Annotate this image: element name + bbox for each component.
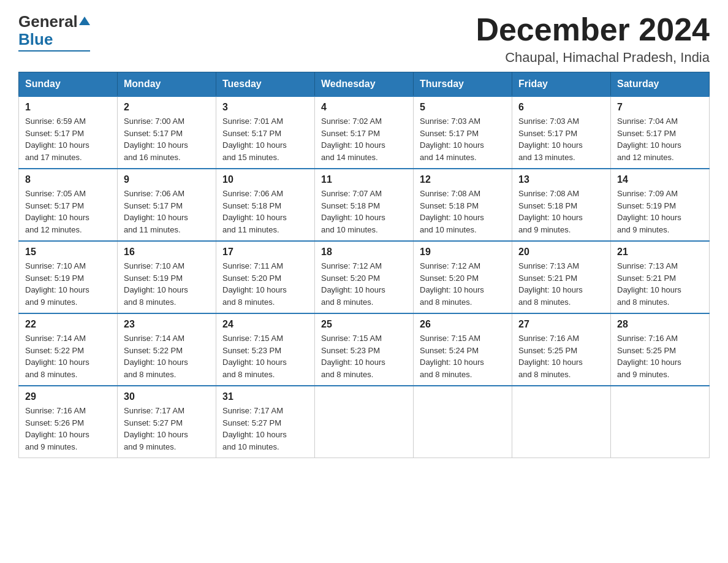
day-info: Sunrise: 7:07 AMSunset: 5:18 PMDaylight:… xyxy=(321,188,407,236)
logo: General Blue xyxy=(18,12,90,52)
calendar-week-row: 29Sunrise: 7:16 AMSunset: 5:26 PMDayligh… xyxy=(19,386,710,458)
month-title: December 2024 xyxy=(476,12,710,47)
day-number: 12 xyxy=(420,174,506,185)
day-info: Sunrise: 7:08 AMSunset: 5:18 PMDaylight:… xyxy=(420,188,506,236)
table-row: 16Sunrise: 7:10 AMSunset: 5:19 PMDayligh… xyxy=(118,241,216,313)
calendar-week-row: 22Sunrise: 7:14 AMSunset: 5:22 PMDayligh… xyxy=(19,313,710,386)
table-row xyxy=(512,386,611,458)
day-info: Sunrise: 7:16 AMSunset: 5:25 PMDaylight:… xyxy=(617,332,703,380)
day-number: 21 xyxy=(617,247,703,258)
title-block: December 2024 Chaupal, Himachal Pradesh,… xyxy=(476,12,710,66)
day-number: 15 xyxy=(25,247,111,258)
day-info: Sunrise: 7:15 AMSunset: 5:24 PMDaylight:… xyxy=(420,332,506,380)
table-row: 18Sunrise: 7:12 AMSunset: 5:20 PMDayligh… xyxy=(315,241,414,313)
day-info: Sunrise: 7:01 AMSunset: 5:17 PMDaylight:… xyxy=(222,115,308,163)
table-row: 6Sunrise: 7:03 AMSunset: 5:17 PMDaylight… xyxy=(512,96,611,169)
day-info: Sunrise: 7:15 AMSunset: 5:23 PMDaylight:… xyxy=(321,332,407,380)
day-number: 16 xyxy=(124,247,210,258)
table-row: 5Sunrise: 7:03 AMSunset: 5:17 PMDaylight… xyxy=(414,96,512,169)
table-row xyxy=(611,386,710,458)
day-number: 4 xyxy=(321,102,407,113)
day-number: 19 xyxy=(420,247,506,258)
day-info: Sunrise: 6:59 AMSunset: 5:17 PMDaylight:… xyxy=(25,115,111,163)
day-info: Sunrise: 7:13 AMSunset: 5:21 PMDaylight:… xyxy=(518,260,604,308)
table-row: 9Sunrise: 7:06 AMSunset: 5:17 PMDaylight… xyxy=(118,169,216,241)
day-info: Sunrise: 7:05 AMSunset: 5:17 PMDaylight:… xyxy=(25,188,111,236)
day-info: Sunrise: 7:11 AMSunset: 5:20 PMDaylight:… xyxy=(222,260,308,308)
table-row: 30Sunrise: 7:17 AMSunset: 5:27 PMDayligh… xyxy=(118,386,216,458)
day-number: 20 xyxy=(518,247,604,258)
table-row: 3Sunrise: 7:01 AMSunset: 5:17 PMDaylight… xyxy=(216,96,315,169)
day-info: Sunrise: 7:03 AMSunset: 5:17 PMDaylight:… xyxy=(420,115,506,163)
day-number: 29 xyxy=(25,391,111,402)
day-info: Sunrise: 7:10 AMSunset: 5:19 PMDaylight:… xyxy=(124,260,210,308)
table-row: 27Sunrise: 7:16 AMSunset: 5:25 PMDayligh… xyxy=(512,313,611,386)
day-number: 13 xyxy=(518,174,604,185)
day-number: 8 xyxy=(25,174,111,185)
col-monday: Monday xyxy=(118,72,216,97)
col-wednesday: Wednesday xyxy=(315,72,414,97)
day-number: 3 xyxy=(222,102,308,113)
logo-triangle-icon xyxy=(79,17,90,28)
col-friday: Friday xyxy=(512,72,611,97)
table-row xyxy=(414,386,512,458)
day-number: 10 xyxy=(222,174,308,185)
col-tuesday: Tuesday xyxy=(216,72,315,97)
day-number: 9 xyxy=(124,174,210,185)
calendar-week-row: 15Sunrise: 7:10 AMSunset: 5:19 PMDayligh… xyxy=(19,241,710,313)
logo-underline xyxy=(18,50,90,52)
day-info: Sunrise: 7:02 AMSunset: 5:17 PMDaylight:… xyxy=(321,115,407,163)
table-row: 21Sunrise: 7:13 AMSunset: 5:21 PMDayligh… xyxy=(611,241,710,313)
table-row: 11Sunrise: 7:07 AMSunset: 5:18 PMDayligh… xyxy=(315,169,414,241)
day-info: Sunrise: 7:15 AMSunset: 5:23 PMDaylight:… xyxy=(222,332,308,380)
day-info: Sunrise: 7:10 AMSunset: 5:19 PMDaylight:… xyxy=(25,260,111,308)
day-number: 6 xyxy=(518,102,604,113)
day-number: 18 xyxy=(321,247,407,258)
table-row: 17Sunrise: 7:11 AMSunset: 5:20 PMDayligh… xyxy=(216,241,315,313)
table-row: 24Sunrise: 7:15 AMSunset: 5:23 PMDayligh… xyxy=(216,313,315,386)
day-number: 22 xyxy=(25,319,111,330)
table-row: 8Sunrise: 7:05 AMSunset: 5:17 PMDaylight… xyxy=(19,169,118,241)
day-info: Sunrise: 7:12 AMSunset: 5:20 PMDaylight:… xyxy=(420,260,506,308)
location-title: Chaupal, Himachal Pradesh, India xyxy=(476,50,710,66)
table-row xyxy=(315,386,414,458)
day-info: Sunrise: 7:08 AMSunset: 5:18 PMDaylight:… xyxy=(518,188,604,236)
table-row: 15Sunrise: 7:10 AMSunset: 5:19 PMDayligh… xyxy=(19,241,118,313)
day-number: 2 xyxy=(124,102,210,113)
table-row: 22Sunrise: 7:14 AMSunset: 5:22 PMDayligh… xyxy=(19,313,118,386)
table-row: 14Sunrise: 7:09 AMSunset: 5:19 PMDayligh… xyxy=(611,169,710,241)
day-info: Sunrise: 7:06 AMSunset: 5:17 PMDaylight:… xyxy=(124,188,210,236)
table-row: 10Sunrise: 7:06 AMSunset: 5:18 PMDayligh… xyxy=(216,169,315,241)
day-number: 14 xyxy=(617,174,703,185)
day-info: Sunrise: 7:06 AMSunset: 5:18 PMDaylight:… xyxy=(222,188,308,236)
calendar-header-row: Sunday Monday Tuesday Wednesday Thursday… xyxy=(19,72,710,97)
day-info: Sunrise: 7:09 AMSunset: 5:19 PMDaylight:… xyxy=(617,188,703,236)
day-number: 28 xyxy=(617,319,703,330)
table-row: 4Sunrise: 7:02 AMSunset: 5:17 PMDaylight… xyxy=(315,96,414,169)
table-row: 1Sunrise: 6:59 AMSunset: 5:17 PMDaylight… xyxy=(19,96,118,169)
day-info: Sunrise: 7:12 AMSunset: 5:20 PMDaylight:… xyxy=(321,260,407,308)
col-sunday: Sunday xyxy=(19,72,118,97)
calendar-week-row: 1Sunrise: 6:59 AMSunset: 5:17 PMDaylight… xyxy=(19,96,710,169)
day-info: Sunrise: 7:17 AMSunset: 5:27 PMDaylight:… xyxy=(124,405,210,453)
day-number: 23 xyxy=(124,319,210,330)
table-row: 2Sunrise: 7:00 AMSunset: 5:17 PMDaylight… xyxy=(118,96,216,169)
day-info: Sunrise: 7:16 AMSunset: 5:26 PMDaylight:… xyxy=(25,405,111,453)
day-info: Sunrise: 7:04 AMSunset: 5:17 PMDaylight:… xyxy=(617,115,703,163)
table-row: 28Sunrise: 7:16 AMSunset: 5:25 PMDayligh… xyxy=(611,313,710,386)
day-info: Sunrise: 7:17 AMSunset: 5:27 PMDaylight:… xyxy=(222,405,308,453)
day-number: 25 xyxy=(321,319,407,330)
day-info: Sunrise: 7:00 AMSunset: 5:17 PMDaylight:… xyxy=(124,115,210,163)
table-row: 13Sunrise: 7:08 AMSunset: 5:18 PMDayligh… xyxy=(512,169,611,241)
day-number: 30 xyxy=(124,391,210,402)
day-number: 5 xyxy=(420,102,506,113)
page-header: General Blue December 2024 Chaupal, Hima… xyxy=(18,12,710,66)
day-number: 26 xyxy=(420,319,506,330)
table-row: 23Sunrise: 7:14 AMSunset: 5:22 PMDayligh… xyxy=(118,313,216,386)
day-info: Sunrise: 7:13 AMSunset: 5:21 PMDaylight:… xyxy=(617,260,703,308)
day-info: Sunrise: 7:03 AMSunset: 5:17 PMDaylight:… xyxy=(518,115,604,163)
day-number: 17 xyxy=(222,247,308,258)
col-saturday: Saturday xyxy=(611,72,710,97)
table-row: 29Sunrise: 7:16 AMSunset: 5:26 PMDayligh… xyxy=(19,386,118,458)
day-number: 24 xyxy=(222,319,308,330)
